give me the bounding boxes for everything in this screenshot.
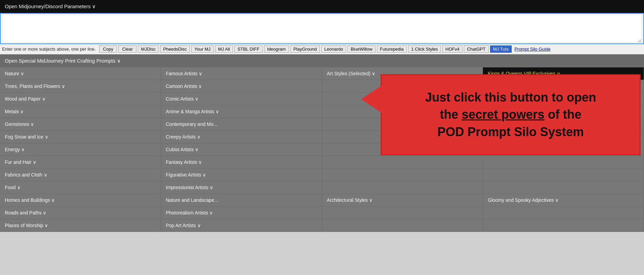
col1-item-0[interactable]: Trees, Plants and Flowers ∨ (0, 80, 161, 93)
red-popup: Just click this button to open the secre… (381, 74, 641, 155)
nav-futurepedia[interactable]: Futurepedia (377, 45, 407, 53)
col1-item-4[interactable]: Fog Snow and Ice ∨ (0, 131, 161, 143)
col2-item-11[interactable]: Pop Art Artists ∨ (161, 219, 322, 232)
categories-overlay-wrapper: Nature ∨ Famous Artists ∨ Art Styles (Se… (0, 67, 644, 232)
col1-header[interactable]: Nature ∨ (0, 67, 161, 80)
col2-item-7[interactable]: Figurative Artists ∨ (161, 169, 322, 181)
textarea-section (0, 13, 644, 44)
col1-item-11[interactable]: Places of Worship ∨ (0, 219, 161, 232)
top-bar-label: Open Midjourney/Discord Parameters ∨ (5, 3, 96, 10)
col1-item-7[interactable]: Fabrics and Cloth ∨ (0, 169, 161, 181)
nav-mjtuts[interactable]: MJ Tuts (490, 45, 512, 53)
nav-pheedsdisc[interactable]: PheedsDisc (160, 45, 190, 53)
col4-item-11 (483, 219, 644, 232)
nav-promptsiloguide[interactable]: Prompt Silo Guide (513, 46, 552, 52)
col2-item-0[interactable]: Cartoon Artists ∨ (161, 80, 322, 93)
col1-item-3[interactable]: Gemstones ∨ (0, 118, 161, 131)
col2-item-5[interactable]: Cubist Artists ∨ (161, 143, 322, 156)
col1-item-9[interactable]: Homes and Buildings ∨ (0, 194, 161, 207)
nav-1clickstyles[interactable]: 1 Click Styles (408, 45, 441, 53)
col3-item-11 (322, 219, 483, 232)
col1-item-5[interactable]: Energy ∨ (0, 143, 161, 156)
col1-item-10[interactable]: Roads and Paths ∨ (0, 207, 161, 219)
toolbar-label: Enter one or more subjects above, one pe… (2, 47, 96, 52)
col2-item-2[interactable]: Anime & Manga Artists ∨ (161, 105, 322, 118)
popup-line1: Just click this button to open (425, 90, 596, 104)
col2-item-6[interactable]: Fantasy Artists ∨ (161, 156, 322, 169)
nav-mjall[interactable]: MJ All (215, 45, 233, 53)
popup-text: Just click this button to open the secre… (425, 89, 596, 141)
nav-yourmj[interactable]: Your MJ (191, 45, 213, 53)
nav-mjdisc[interactable]: MJDisc (138, 45, 159, 53)
col3-item-6 (322, 156, 483, 169)
col4-item-6 (483, 156, 644, 169)
col4-item-7 (483, 169, 644, 181)
col1-item-8[interactable]: Food ∨ (0, 181, 161, 194)
col2-item-4[interactable]: Creepy Artists ∨ (161, 131, 322, 143)
col2-item-10[interactable]: Photorealism Artists ∨ (161, 207, 322, 219)
col2-item-8[interactable]: Impressionist Artists ∨ (161, 181, 322, 194)
col1-item-1[interactable]: Wood and Paper ∨ (0, 93, 161, 105)
popup-line2-link: secret powers (462, 107, 544, 121)
col3-item-9[interactable]: Architectural Styles ∨ (322, 194, 483, 207)
nav-leonardo[interactable]: Leonardo (321, 45, 346, 53)
nav-stbldiff[interactable]: STBL DIFF (234, 45, 263, 53)
col1-item-2[interactable]: Metals ∨ (0, 105, 161, 118)
popup-line3: POD Prompt Silo System (437, 125, 584, 139)
popup-line2-part1: the (440, 107, 462, 121)
top-bar[interactable]: Open Midjourney/Discord Parameters ∨ (0, 0, 644, 13)
popup-line2-part2: of the (544, 107, 581, 121)
col4-item-9[interactable]: Gloomy and Spooky Adjectives ∨ (483, 194, 644, 207)
col2-header[interactable]: Famous Artists ∨ (161, 67, 322, 80)
section-header[interactable]: Open Special MidJourney Print Crafting P… (0, 54, 644, 67)
col2-item-9[interactable]: Nature and Landscape... (161, 194, 322, 207)
nav-chatgpt[interactable]: ChatGPT (464, 45, 488, 53)
col2-item-3[interactable]: Contemporary and Mo... (161, 118, 322, 131)
col4-item-10 (483, 207, 644, 219)
col3-item-8 (322, 181, 483, 194)
col2-item-1[interactable]: Comic Artists ∨ (161, 93, 322, 105)
popup-arrow (361, 86, 382, 113)
toolbar-row: Enter one or more subjects above, one pe… (0, 44, 644, 54)
nav-ideogram[interactable]: Ideogram (264, 45, 289, 53)
copy-button[interactable]: Copy (99, 45, 117, 53)
nav-playground[interactable]: PlayGround (290, 45, 320, 53)
col1-item-6[interactable]: Fur and Hair ∨ (0, 156, 161, 169)
col3-item-10 (322, 207, 483, 219)
col4-item-8 (483, 181, 644, 194)
clear-button[interactable]: Clear (118, 45, 136, 53)
nav-hofv4[interactable]: HOFv4 (442, 45, 462, 53)
nav-bluewillow[interactable]: BlueWillow (347, 45, 376, 53)
section-header-label: Open Special MidJourney Print Crafting P… (5, 58, 121, 64)
col3-item-7 (322, 169, 483, 181)
prompt-textarea[interactable] (3, 15, 641, 42)
